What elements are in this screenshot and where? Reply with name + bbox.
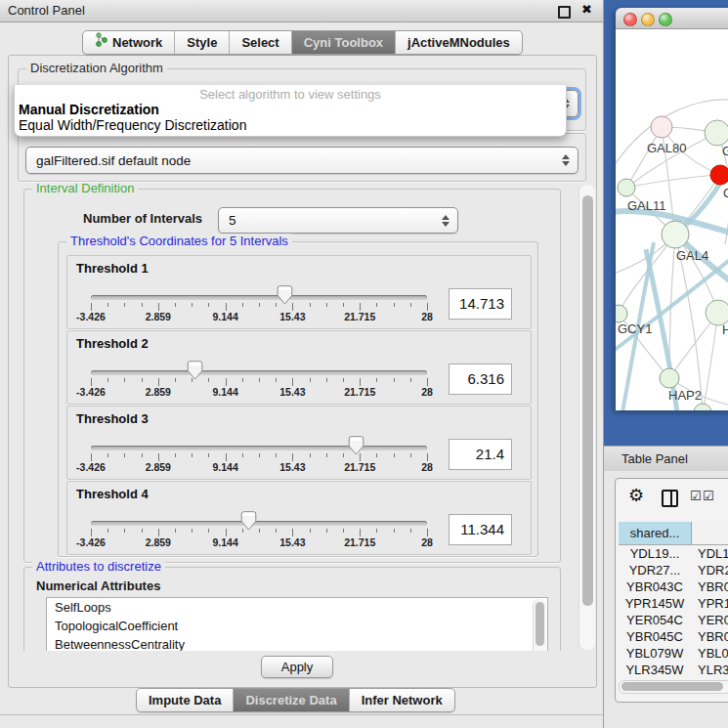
slider-tick: [343, 529, 344, 533]
column-header-shared-name[interactable]: shared...: [619, 522, 692, 545]
column-header-name[interactable]: name: [692, 522, 728, 545]
tab-jactivemnodules[interactable]: jActiveMNodules: [396, 31, 522, 54]
table-horizontal-scrollbar[interactable]: [619, 680, 728, 694]
network-node-unlabeled[interactable]: [694, 404, 711, 410]
table-cell-name[interactable]: YER054C: [698, 612, 728, 628]
slider-tick: [142, 378, 143, 382]
control-panel-title: Control Panel: [8, 3, 85, 18]
tab-select[interactable]: Select: [230, 31, 291, 54]
slider-tick: [107, 378, 108, 382]
slider-scale-label: 2.859: [146, 311, 171, 322]
columns-icon[interactable]: [662, 490, 678, 507]
network-canvas[interactable]: GAL80GGAL11CGAL4GCY1HHAP2: [616, 29, 728, 410]
table-cell-name[interactable]: YBL079W: [698, 645, 728, 662]
attribute-item-betweennesscentrality[interactable]: BetweennessCentrality: [47, 635, 547, 651]
network-node-c[interactable]: [710, 165, 728, 185]
slider-tick: [107, 453, 108, 457]
slider-tick: [394, 529, 395, 533]
slider-tick: [427, 453, 428, 461]
slider-tick: [192, 453, 193, 457]
table-cell-name[interactable]: YDR27...: [698, 562, 728, 578]
table-cell-shared-name[interactable]: YBL079W: [619, 645, 691, 662]
combo-arrows-icon: [438, 215, 453, 227]
table-cell-shared-name[interactable]: YPR145W: [619, 595, 691, 612]
dropdown-item-manual-discretization[interactable]: Manual Discretization: [19, 102, 159, 117]
number-of-intervals-label: Number of Intervals: [83, 211, 202, 226]
table-data-combobox[interactable]: galFiltered.sif default node: [25, 147, 578, 174]
threshold-value-3[interactable]: 21.4: [449, 439, 512, 470]
tab-cyni-toolbox[interactable]: Cyni Toolbox: [292, 31, 396, 54]
tab-discretize-data[interactable]: Discretize Data: [234, 689, 349, 711]
settings-scrollbar[interactable]: [578, 185, 595, 650]
table-cell-shared-name[interactable]: YBR045C: [619, 628, 691, 645]
slider-tick: [376, 453, 377, 457]
network-node-gcy1[interactable]: [616, 305, 627, 322]
slider-scale-label: 28: [421, 461, 433, 473]
table-cell-name[interactable]: YBR045C: [698, 628, 728, 645]
table-cell-shared-name[interactable]: YDL19...: [619, 545, 691, 562]
attribute-item-selfloops[interactable]: SelfLoops: [47, 598, 547, 617]
slider-thumb-2[interactable]: [187, 361, 203, 380]
attribute-item-topologicalcoefficient[interactable]: TopologicalCoefficient: [47, 617, 547, 635]
attributes-scrollbar[interactable]: [533, 599, 546, 651]
table-panel-title: Table Panel: [621, 451, 688, 466]
slider-tick: [343, 453, 344, 457]
slider-tick: [427, 303, 428, 311]
slider-scale-label: 2.859: [146, 386, 171, 398]
slider-track-4[interactable]: [91, 521, 427, 526]
network-node-gal80[interactable]: [651, 116, 672, 138]
table-cell-name[interactable]: YBR043C: [698, 578, 728, 595]
combo-arrows-icon: [558, 154, 574, 166]
table-cell-name[interactable]: YLR345W: [698, 662, 728, 678]
table-cell-name[interactable]: YPR145W: [698, 595, 728, 612]
slider-scale-label: 2.859: [146, 461, 171, 473]
slider-track-2[interactable]: [91, 370, 427, 375]
network-node-gal11[interactable]: [618, 179, 635, 196]
network-node-g[interactable]: [705, 120, 728, 146]
slider-tick: [427, 378, 428, 386]
minimize-traffic-light[interactable]: [641, 13, 655, 26]
tab-label: Cyni Toolbox: [304, 31, 383, 54]
slider-track-3[interactable]: [91, 446, 427, 450]
close-traffic-light[interactable]: [623, 13, 637, 26]
slider-scale-label: 15.43: [279, 386, 305, 398]
table-cell-name[interactable]: YDL19...: [698, 545, 728, 562]
tab-impute-data[interactable]: Impute Data: [137, 689, 234, 711]
threshold-value-2[interactable]: 6.316: [449, 364, 512, 395]
tab-network[interactable]: Network: [83, 31, 175, 54]
dropdown-item-equal-width-frequency-discretization[interactable]: Equal Width/Frequency Discretization: [19, 117, 246, 133]
slider-track-1[interactable]: [91, 295, 427, 300]
checkbox-select-icon[interactable]: ☑: [690, 489, 702, 503]
number-of-intervals-combobox[interactable]: 5: [218, 207, 458, 234]
threshold-value-4[interactable]: 11.344: [449, 514, 512, 545]
slider-tick: [242, 303, 243, 307]
table-cell-shared-name[interactable]: YER054C: [619, 612, 691, 628]
tab-infer-network[interactable]: Infer Network: [350, 689, 454, 711]
network-view-window: GAL80GGAL11CGAL4GCY1HHAP2: [616, 8, 728, 410]
attributes-group-title: Attributes to discretize: [32, 559, 165, 574]
slider-tick: [142, 303, 143, 307]
slider-tick: [242, 378, 243, 382]
slider-thumb-1[interactable]: [277, 285, 293, 305]
slider-tick: [410, 529, 411, 533]
checkbox-select-icon[interactable]: ☑: [703, 489, 714, 503]
close-icon[interactable]: ✖: [581, 2, 592, 17]
gear-icon[interactable]: ⚙: [628, 485, 644, 505]
apply-button[interactable]: Apply: [261, 656, 333, 678]
slider-thumb-4[interactable]: [240, 511, 257, 531]
network-node-hap2[interactable]: [660, 368, 679, 388]
float-window-icon[interactable]: [558, 6, 571, 19]
slider-thumb-3[interactable]: [348, 436, 364, 455]
network-node-gal4[interactable]: [662, 221, 689, 248]
table-cell-shared-name[interactable]: YLR345W: [619, 662, 691, 678]
slider-tick: [292, 529, 293, 536]
slider-tick: [226, 378, 227, 386]
number-of-intervals-value: 5: [219, 213, 438, 228]
zoom-traffic-light[interactable]: [659, 13, 672, 26]
numerical-attributes-list[interactable]: SelfLoopsTopologicalCoefficientBetweenne…: [46, 597, 548, 651]
table-cell-shared-name[interactable]: YDR27...: [619, 562, 691, 578]
table-cell-shared-name[interactable]: YBR043C: [619, 578, 691, 595]
tab-style[interactable]: Style: [175, 31, 230, 54]
network-icon: [95, 31, 107, 54]
threshold-value-1[interactable]: 14.713: [449, 288, 512, 320]
